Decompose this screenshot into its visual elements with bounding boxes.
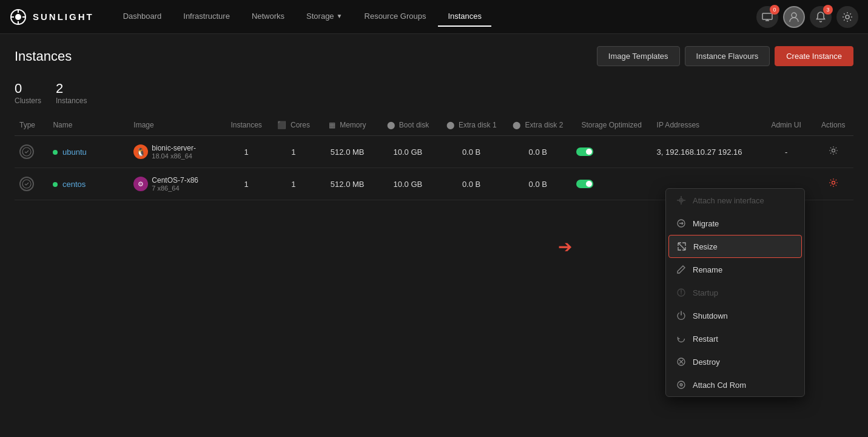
dropdown-item-shutdown[interactable]: Shutdown [666, 304, 804, 327]
row1-type [15, 136, 48, 168]
th-image: Image [129, 115, 223, 136]
nav-storage[interactable]: Storage ▼ [297, 7, 352, 27]
svg-point-13 [22, 180, 31, 188]
nav-instances[interactable]: Instances [438, 7, 491, 27]
svg-point-1 [15, 14, 21, 20]
nav-networks[interactable]: Networks [242, 7, 294, 27]
th-storage-opt: Storage Optimized [571, 115, 652, 136]
image-templates-button[interactable]: Image Templates [597, 46, 680, 66]
dropdown-item-restart[interactable]: Restart [666, 327, 804, 350]
dropdown-item-rename[interactable]: Rename [666, 258, 804, 281]
nav-dashboard[interactable]: Dashboard [113, 7, 172, 27]
dropdown-item-destroy[interactable]: Destroy [666, 350, 804, 373]
toggle-knob-2 [586, 181, 592, 187]
clusters-value: 0 [15, 81, 41, 97]
row2-image-name: CentOS-7-x86 [152, 176, 198, 185]
boot-disk-icon: ⬤ [387, 121, 395, 129]
migrate-icon [676, 218, 687, 229]
instances-table: Type Name Image Instances ⬛ Cores ▦ Memo… [15, 115, 853, 200]
dropdown-label-shutdown: Shutdown [693, 311, 728, 320]
row1-image-name: bionic-server- [152, 144, 196, 152]
nav-resource-groups[interactable]: Resource Groups [355, 7, 436, 27]
page-title: Instances [15, 49, 72, 64]
nav-icons: 0 3 [756, 6, 858, 28]
settings-btn[interactable] [836, 6, 858, 28]
th-memory: ▦ Memory [317, 115, 378, 136]
resize-icon [676, 241, 687, 252]
row2-actions-gear-button[interactable] [824, 175, 843, 192]
shutdown-icon [676, 310, 687, 321]
dropdown-item-attach-interface: Attach new interface [666, 189, 804, 212]
row1-image-sub: 18.04 x86_64 [152, 152, 196, 160]
row2-extra-disk2: 0.0 B [505, 168, 571, 200]
row2-image: ⚙ CentOS-7-x86 7 x86_64 [129, 168, 223, 200]
th-type: Type [15, 115, 48, 136]
th-ip: IP Addresses [652, 115, 759, 136]
startup-icon [676, 287, 687, 298]
svg-point-9 [792, 13, 796, 18]
table-row: ubuntu 🐧 bionic-server- 18.04 x86_64 1 1… [15, 136, 853, 168]
status-active-dot [53, 182, 58, 187]
instances-table-container: Type Name Image Instances ⬛ Cores ▦ Memo… [0, 115, 868, 200]
storage-opt-toggle[interactable] [576, 147, 593, 156]
row2-image-sub: 7 x86_64 [152, 185, 198, 192]
row2-cores: 1 [270, 168, 317, 200]
dropdown-item-startup: Startup [666, 281, 804, 304]
row1-ip: 3, 192.168.10.27 192.16 [652, 136, 759, 168]
instance-flavours-button[interactable]: Instance Flavours [685, 46, 770, 66]
stats-row: 0 Clusters 2 Instances [0, 76, 868, 115]
row2-instances: 1 [223, 168, 270, 200]
extra-disk2-icon: ⬤ [513, 121, 520, 129]
status-active-dot [53, 150, 58, 155]
alerts-badge: 3 [823, 5, 833, 15]
dropdown-item-resize[interactable]: Resize [668, 235, 802, 258]
gear-icon [842, 12, 853, 22]
dropdown-item-migrate[interactable]: Migrate [666, 212, 804, 235]
svg-point-17 [678, 289, 685, 296]
app-logo: SUNLIGHT [10, 8, 94, 25]
monitor-icon-btn[interactable]: 0 [756, 6, 778, 28]
th-cores: ⬛ Cores [270, 115, 317, 136]
instances-value: 2 [56, 81, 87, 97]
storage-opt-toggle-2[interactable] [576, 180, 593, 188]
monitor-badge: 0 [770, 5, 779, 15]
create-instance-button[interactable]: Create Instance [775, 46, 853, 66]
row2-actions [813, 168, 853, 200]
notifications-btn[interactable]: 3 [810, 6, 832, 28]
ubuntu-name-link[interactable]: ubuntu [62, 147, 87, 157]
gear-action-icon-active [829, 178, 838, 188]
rename-icon [676, 264, 687, 275]
th-name: Name [48, 115, 129, 136]
monitor-icon [762, 13, 773, 21]
nav-items: Dashboard Infrastructure Networks Storag… [113, 7, 756, 27]
svg-point-15 [679, 198, 683, 202]
dropdown-label-attach-interface: Attach new interface [693, 196, 764, 205]
nav-infrastructure[interactable]: Infrastructure [173, 7, 240, 27]
th-instances: Instances [223, 115, 270, 136]
row1-cores: 1 [270, 136, 317, 168]
extra-disk1-icon: ⬤ [446, 121, 454, 129]
row1-extra-disk1: 0.0 B [438, 136, 505, 168]
dropdown-label-restart: Restart [693, 334, 718, 344]
page-header: Instances Image Templates Instance Flavo… [0, 34, 868, 76]
clusters-stat: 0 Clusters [15, 81, 41, 105]
row2-boot-disk: 10.0 GB [378, 168, 439, 200]
header-actions: Image Templates Instance Flavours Create… [597, 46, 853, 66]
actions-dropdown-menu: Attach new interface Migrate Resize [665, 188, 805, 397]
row1-actions [813, 136, 853, 168]
centos-image-icon: ⚙ [133, 177, 148, 191]
top-nav: SUNLIGHT Dashboard Infrastructure Networ… [0, 0, 868, 34]
centos-name-link[interactable]: centos [62, 180, 86, 189]
row1-instances: 1 [223, 136, 270, 168]
row1-admin-ui: - [759, 136, 813, 168]
dropdown-label-startup: Startup [693, 288, 718, 297]
vm-type-icon [19, 177, 34, 191]
svg-point-10 [846, 15, 849, 19]
gear-action-icon [829, 146, 838, 155]
cores-icon: ⬛ [277, 121, 286, 129]
cd-rom-icon [676, 379, 687, 390]
user-avatar[interactable] [783, 6, 805, 28]
dropdown-item-attach-cdrom[interactable]: Attach Cd Rom [666, 373, 804, 396]
row1-actions-gear-button[interactable] [824, 143, 843, 160]
row1-memory: 512.0 MB [317, 136, 378, 168]
